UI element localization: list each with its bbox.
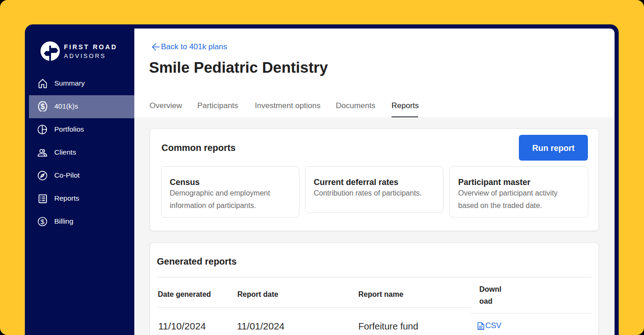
svg-text:$: $ [40,218,44,225]
svg-text:$: $ [40,102,45,110]
